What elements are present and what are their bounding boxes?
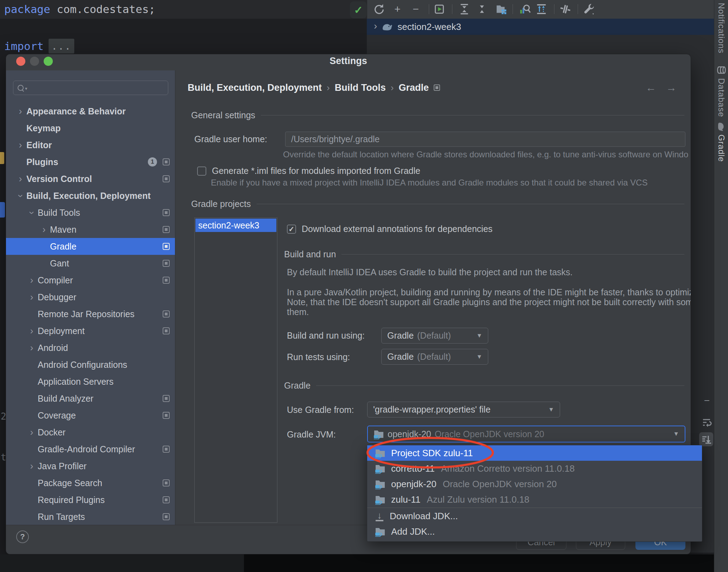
chevron-right-icon[interactable]: ›: [28, 292, 36, 303]
checkbox-unchecked-icon[interactable]: [197, 166, 206, 176]
jvm-option-download-jdk[interactable]: ↓Download JDK...: [367, 508, 702, 524]
jvm-option-desc: Oracle OpenJDK version 20: [443, 479, 557, 490]
soft-wrap-icon[interactable]: [700, 415, 714, 429]
use-gradle-from-select[interactable]: 'gradle-wrapper.properties' file ▼: [367, 402, 560, 417]
gradle-tree-root-row[interactable]: › section2-week3: [367, 19, 714, 35]
chevron-right-icon[interactable]: ›: [28, 461, 36, 472]
section-gradle: Gradle: [284, 381, 684, 391]
gradle-user-home-field[interactable]: /Users/brightye/.gradle: [285, 132, 685, 147]
search-input[interactable]: [29, 83, 168, 93]
chevron-right-icon[interactable]: ›: [40, 224, 48, 235]
sidebar-item-deployment[interactable]: ›Deployment: [6, 322, 175, 339]
chevron-right-icon[interactable]: ›: [17, 140, 24, 151]
sidebar-item-gradle[interactable]: ›Gradle: [6, 238, 175, 255]
back-arrow-icon[interactable]: ←: [646, 82, 656, 94]
section-general-settings: General settings: [191, 110, 684, 120]
sidebar-item-build-tools[interactable]: ›Build Tools: [6, 204, 175, 221]
group-modules-icon[interactable]: [495, 3, 508, 15]
dependency-analyzer-icon[interactable]: [535, 3, 548, 15]
sidebar-item-label: Debugger: [38, 292, 76, 302]
sidebar-item-build-analyzer[interactable]: ›Build Analyzer: [6, 390, 175, 407]
gradle-jvm-dropdown-popup: Project SDK zulu-11corretto-11Amazon Cor…: [367, 445, 702, 542]
gradle-jvm-select[interactable]: openjdk-20Oracle OpenJDK version 20 ▼: [367, 426, 685, 442]
breadcrumb-item[interactable]: Build, Execution, Deployment: [188, 82, 322, 93]
chevron-right-icon[interactable]: ›: [28, 342, 36, 353]
forward-arrow-icon[interactable]: →: [666, 82, 677, 94]
sidebar-item-application-servers[interactable]: ›Application Servers: [6, 373, 175, 390]
sidebar-item-gant[interactable]: ›Gant: [6, 255, 175, 272]
configurable-icon: [163, 158, 170, 165]
sidebar-item-coverage[interactable]: ›Coverage: [6, 407, 175, 424]
gradle-projects-list[interactable]: section2-week3: [194, 218, 277, 523]
sidebar-item-label: Gradle: [50, 241, 76, 252]
sidebar-item-appearance-behavior[interactable]: ›Appearance & Behavior: [6, 103, 175, 120]
jvm-option-corretto-11[interactable]: corretto-11Amazon Corretto version 11.0.…: [367, 461, 702, 476]
sidebar-item-label: Gant: [50, 258, 69, 269]
chevron-right-icon[interactable]: ›: [28, 427, 36, 438]
breadcrumb: Build, Execution, Deployment›Build Tools…: [188, 81, 440, 94]
chevron-down-icon[interactable]: ›: [15, 192, 26, 200]
settings-search-box[interactable]: ▾: [13, 81, 168, 95]
sidebar-item-label: Android Configurations: [38, 360, 127, 370]
help-button[interactable]: ?: [16, 530, 29, 543]
checkbox-checked-icon[interactable]: ✓: [287, 225, 296, 234]
code-fold-ellipsis[interactable]: ...: [49, 39, 74, 54]
jvm-option-add-jdk[interactable]: Add JDK...: [367, 524, 702, 539]
chevron-right-icon[interactable]: ›: [17, 106, 24, 117]
sidebar-item-gradle-android-compiler[interactable]: ›Gradle-Android Compiler: [6, 441, 175, 458]
add-icon[interactable]: +: [391, 3, 404, 15]
sidebar-item-editor[interactable]: ›Editor: [6, 137, 175, 153]
breadcrumb-item[interactable]: Build Tools: [335, 82, 386, 93]
sidebar-item-java-profiler[interactable]: ›Java Profiler: [6, 458, 175, 474]
sidebar-item-package-search[interactable]: ›Package Search: [6, 474, 175, 491]
chevron-down-icon[interactable]: ›: [26, 209, 37, 216]
sidebar-item-build-execution-deployment[interactable]: ›Build, Execution, Deployment: [6, 187, 175, 204]
remove-icon[interactable]: −: [409, 3, 422, 15]
configurable-icon: [163, 446, 170, 453]
sidebar-item-required-plugins[interactable]: ›Required Plugins: [6, 491, 175, 508]
sidebar-item-docker[interactable]: ›Docker: [6, 424, 175, 441]
tab-database[interactable]: Database: [714, 65, 728, 117]
collapse-all-icon[interactable]: [476, 3, 488, 15]
chevron-right-icon[interactable]: ›: [374, 20, 377, 32]
sidebar-item-run-targets[interactable]: ›Run Targets: [6, 508, 175, 525]
expand-all-icon[interactable]: [458, 3, 471, 15]
profiler-icon[interactable]: [519, 3, 531, 15]
jvm-option-zulu-11[interactable]: zulu-11Azul Zulu version 11.0.18: [367, 492, 702, 507]
download-annotations-checkbox[interactable]: ✓ Download external annotations for depe…: [287, 224, 492, 234]
tab-notifications[interactable]: Notifications: [714, 3, 728, 54]
project-list-item[interactable]: section2-week3: [195, 219, 276, 232]
sidebar-item-maven[interactable]: ›Maven: [6, 221, 175, 238]
scroll-to-end-icon[interactable]: [699, 432, 713, 446]
chevron-down-icon: ▼: [673, 430, 679, 438]
build-run-using-select[interactable]: Gradle(Default) ▼: [381, 328, 488, 344]
inspections-ok-icon[interactable]: ✓: [350, 1, 367, 18]
sidebar-item-android[interactable]: ›Android: [6, 339, 175, 356]
sidebar-item-keymap[interactable]: ›Keymap: [6, 120, 175, 137]
sidebar-item-remote-jar-repositories[interactable]: ›Remote Jar Repositories: [6, 306, 175, 322]
sidebar-item-android-configurations[interactable]: ›Android Configurations: [6, 356, 175, 373]
jvm-option-name: openjdk-20: [391, 479, 437, 490]
sidebar-item-compiler[interactable]: ›Compiler: [6, 272, 175, 289]
tab-gradle[interactable]: Gradle: [714, 122, 728, 162]
chevron-right-icon[interactable]: ›: [28, 326, 36, 337]
gradle-user-home-label: Gradle user home:: [194, 133, 267, 145]
jvm-option-openjdk-20[interactable]: openjdk-20Oracle OpenJDK version 20: [367, 476, 702, 492]
toggle-offline-icon[interactable]: [559, 3, 572, 15]
search-options-caret-icon[interactable]: ▾: [25, 86, 27, 91]
generate-iml-checkbox[interactable]: Generate *.iml files for modules importe…: [197, 166, 420, 176]
sidebar-item-debugger[interactable]: ›Debugger: [6, 289, 175, 306]
sidebar-item-version-control[interactable]: ›Version Control: [6, 170, 175, 187]
sidebar-item-plugins[interactable]: ›Plugins1: [6, 153, 175, 170]
chevron-right-icon[interactable]: ›: [17, 174, 24, 184]
jvm-option-project-sdk-zulu-11[interactable]: Project SDK zulu-11: [367, 445, 702, 461]
chevron-right-icon[interactable]: ›: [28, 275, 36, 286]
jdk-icon: [375, 494, 385, 505]
jdk-icon: [374, 429, 384, 439]
hide-panel-icon[interactable]: −: [700, 394, 714, 408]
wrench-icon[interactable]: [583, 3, 596, 15]
run-tests-using-select[interactable]: Gradle(Default) ▼: [381, 349, 488, 365]
run-icon[interactable]: [433, 3, 446, 15]
sync-icon[interactable]: [373, 3, 385, 15]
breadcrumb-item[interactable]: Gradle: [398, 82, 429, 93]
